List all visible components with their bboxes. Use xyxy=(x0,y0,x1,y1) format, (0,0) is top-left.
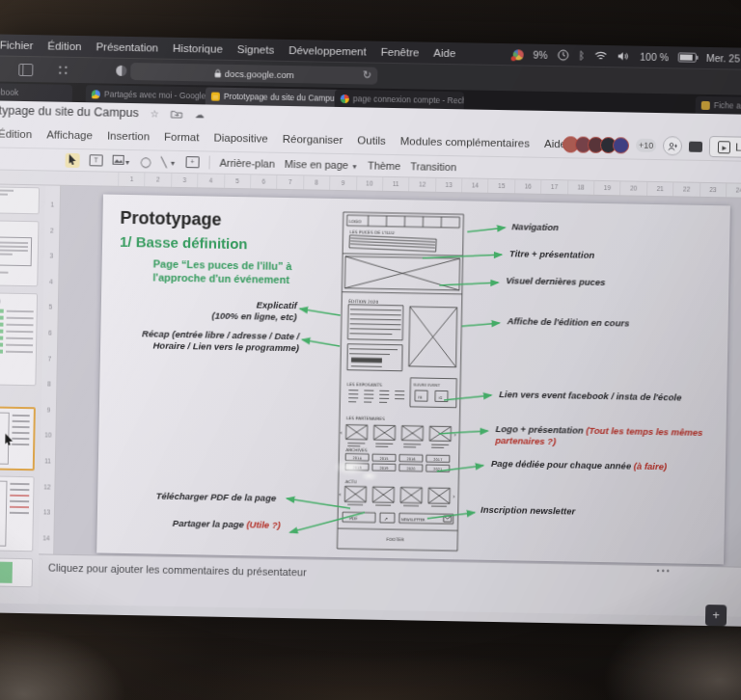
line-tool-button[interactable]: ╲ ▼ xyxy=(161,156,177,167)
comment-tool-button[interactable]: + xyxy=(185,156,199,168)
ruler-tick-label: 12 xyxy=(408,177,435,191)
tab-overview-icon[interactable] xyxy=(57,65,69,76)
slide-page[interactable]: Prototypage 1/ Basse définition Page “Le… xyxy=(96,195,730,565)
star-icon[interactable]: ☆ xyxy=(151,108,159,119)
ruler-tick-label: 10 xyxy=(356,176,383,190)
slide-thumbnail-5[interactable] xyxy=(0,475,35,552)
wifi-icon[interactable] xyxy=(594,51,608,61)
annotation-telecharger-pdf[interactable]: Télécharger PDF de la page xyxy=(126,490,276,503)
explore-button[interactable]: + xyxy=(705,605,727,626)
annotation-affiche[interactable]: Affiche de l'édition en cours xyxy=(508,315,630,329)
annotation-explicatif[interactable]: Explicatif(100% en ligne, etc) xyxy=(140,297,297,322)
layout-button[interactable]: Mise en page ▼ xyxy=(285,158,358,171)
sidebar-toggle-icon[interactable] xyxy=(18,64,33,76)
theme-button[interactable]: Thème xyxy=(368,160,400,173)
browser-tab-fiche[interactable]: Fiche ass... xyxy=(696,96,741,116)
collaborator-avatar[interactable] xyxy=(613,137,629,153)
transition-button[interactable]: Transition xyxy=(410,160,456,173)
background-button[interactable]: Arrière-plan xyxy=(219,157,275,170)
clock-icon[interactable] xyxy=(557,49,568,61)
app-menu-item[interactable]: Outils xyxy=(357,134,386,147)
browser-tab-facebook[interactable]: (11) Facebook xyxy=(0,83,72,102)
move-folder-icon[interactable] xyxy=(171,109,183,119)
canvas-column: 1234567891011121314 Prototypage 1/ Basse… xyxy=(38,185,741,617)
comments-button[interactable] xyxy=(689,141,702,151)
app-menu-item[interactable]: Modules complémentaires xyxy=(400,135,530,148)
annotation-partager-page[interactable]: Partager la page (Utile ?) xyxy=(131,517,281,530)
slide-canvas: Prototypage 1/ Basse définition Page “Le… xyxy=(54,186,730,567)
slide-title[interactable]: Prototypage xyxy=(120,208,221,230)
annotation-recap[interactable]: Récap (entrée libre / adresse / Date /Ho… xyxy=(112,328,299,354)
annotation-titre[interactable]: Titre + présentation xyxy=(509,248,594,260)
doc-title[interactable]: typage du site du Campus xyxy=(0,104,139,121)
present-button[interactable]: ▶ Lire ▼ xyxy=(709,136,741,158)
annotation-logo-presentation[interactable]: Logo + présentation (Tout les temps les … xyxy=(495,423,705,449)
svg-text:LOGO: LOGO xyxy=(349,219,362,224)
ruler-tick-label: 6 xyxy=(42,329,57,355)
ruler-tick-label: 7 xyxy=(276,175,303,189)
slide-thumbnail-4-current[interactable] xyxy=(0,406,36,471)
textbox-tool-button[interactable]: T xyxy=(90,154,103,166)
notes-drag-handle[interactable]: ••• xyxy=(656,566,672,576)
play-icon: ▶ xyxy=(718,141,730,153)
app-menu-item[interactable]: Réorganiser xyxy=(283,133,343,146)
annotation-navigation[interactable]: Navigation xyxy=(511,221,559,232)
ruler-tick-label: 8 xyxy=(303,175,330,189)
person-add-icon xyxy=(668,142,678,150)
collab-cluster: +10 ▶ Lire ▼ Partager xyxy=(566,133,741,160)
slide-thumbnail-6[interactable] xyxy=(0,557,33,587)
collaborators-more-badge[interactable]: +10 xyxy=(636,139,657,152)
camera-glare xyxy=(361,471,378,480)
image-tool-button[interactable]: ▼ xyxy=(113,155,131,167)
app-menu-item[interactable]: Diapositive xyxy=(213,132,267,145)
volume-icon[interactable] xyxy=(618,51,630,61)
shape-tool-button[interactable]: ◯ xyxy=(140,156,151,167)
app-battery-icon[interactable] xyxy=(512,49,523,60)
app-menu-item[interactable]: Format xyxy=(164,131,200,144)
ruler-tick-label: 2 xyxy=(44,227,59,253)
reload-icon[interactable]: ↻ xyxy=(363,68,371,81)
wireframe-sketch-image[interactable]: LOGO LES PUCES DE L'ILLU ÉDITION 2020 LE… xyxy=(336,211,464,552)
ruler-tick-label: 9 xyxy=(329,176,356,190)
menubar-item[interactable]: Fichier xyxy=(0,40,33,52)
menubar-date[interactable]: Mer. 25 nov. à xyxy=(706,52,741,65)
menubar-item[interactable]: Historique xyxy=(173,42,223,55)
annotation-page-dediee[interactable]: Page dédiée pour chaque année (à faire) xyxy=(491,458,732,473)
speaker-notes-placeholder[interactable]: Cliquez pour ajouter les commentaires du… xyxy=(48,562,307,579)
ruler-tick-label: 17 xyxy=(540,180,567,194)
slide-description[interactable]: Page “Les puces de l'illu” à l'approche … xyxy=(152,256,291,286)
app-menu-item[interactable]: Affichage xyxy=(46,128,93,141)
browser-tab-search[interactable]: page connexion compte - Recherche... xyxy=(335,90,464,109)
add-person-button[interactable] xyxy=(663,136,682,155)
ruler-tick-label: 1 xyxy=(44,201,59,227)
menubar-item[interactable]: Fenêtre xyxy=(381,46,420,59)
menubar-item[interactable]: Aide xyxy=(433,47,455,59)
ruler-tick-label: 5 xyxy=(42,304,57,330)
bluetooth-icon[interactable]: ᛒ xyxy=(578,50,585,62)
menubar-item[interactable]: Présentation xyxy=(96,40,158,53)
slide-subtitle[interactable]: 1/ Basse définition xyxy=(120,233,248,252)
menubar-item[interactable]: Signets xyxy=(237,43,275,56)
notification-dot xyxy=(510,56,515,61)
ruler-tick-label: 20 xyxy=(619,181,646,195)
slide-thumbnail-1[interactable] xyxy=(0,186,40,214)
annotation-lien-event[interactable]: Lien vers event facebook / insta de l'éc… xyxy=(499,389,681,403)
browser-tab-slides-active[interactable]: Prototypage du site du Campus - Goog... xyxy=(206,87,343,107)
slide-thumbnail-2[interactable] xyxy=(0,220,39,286)
cloud-status-icon[interactable]: ☁ xyxy=(195,109,205,120)
app-menu-item[interactable]: Insertion xyxy=(107,130,150,143)
slide-thumbnail-3[interactable] xyxy=(0,292,38,386)
battery-percent-label: 100 % xyxy=(640,51,669,64)
browser-tab-drive[interactable]: Partagés avec moi - Google Drive xyxy=(86,85,213,104)
privacy-shield-icon[interactable] xyxy=(116,66,126,76)
svg-text:ARCHIVES: ARCHIVES xyxy=(345,447,368,452)
menubar-item[interactable]: Édition xyxy=(47,40,81,52)
address-bar[interactable]: docs.google.com ↻ xyxy=(130,63,377,85)
select-tool-button[interactable] xyxy=(65,152,79,167)
menubar-item[interactable]: Développement xyxy=(288,44,367,57)
ruler-tick-label: 24 xyxy=(726,183,741,197)
annotation-visuel[interactable]: Visuel dernières puces xyxy=(506,275,605,287)
svg-text:FOOTER: FOOTER xyxy=(386,537,403,542)
annotation-inscription-newsletter[interactable]: Inscription newsletter xyxy=(480,504,575,517)
app-menu-item[interactable]: Édition xyxy=(0,128,32,141)
